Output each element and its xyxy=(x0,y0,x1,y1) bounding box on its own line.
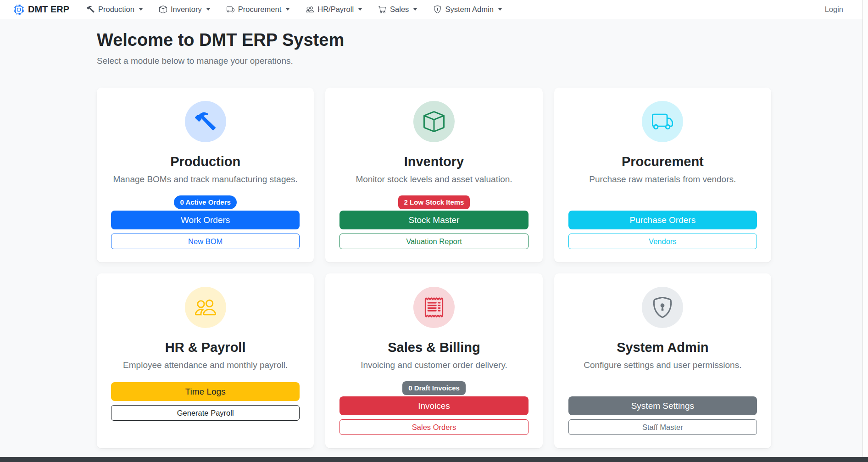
hammer-icon xyxy=(195,111,216,132)
status-badge: 2 Low Stock Items xyxy=(398,195,470,209)
work-orders-button[interactable]: Work Orders xyxy=(111,211,300,229)
valuation-report-button[interactable]: Valuation Report xyxy=(339,234,528,249)
dropdown-caret-icon xyxy=(413,8,417,11)
module-actions: Stock Master Valuation Report xyxy=(339,211,528,249)
module-grid: Production Manage BOMs and track manufac… xyxy=(97,88,771,448)
module-title: HR & Payroll xyxy=(165,340,246,355)
login-link[interactable]: Login xyxy=(825,5,843,14)
inventory-icon-circle xyxy=(413,101,455,142)
module-description: Manage BOMs and track manufacturing stag… xyxy=(113,174,297,184)
stock-master-button[interactable]: Stock Master xyxy=(339,211,528,229)
module-description: Purchase raw materials from vendors. xyxy=(589,174,736,184)
main-content: Welcome to DMT ERP System Select a modul… xyxy=(97,30,771,448)
module-title: Sales & Billing xyxy=(388,340,480,355)
top-navbar: DMT ERP Production Inventory Procurement… xyxy=(0,0,868,19)
nav-label: Procurement xyxy=(238,5,281,14)
generate-payroll-button[interactable]: Generate Payroll xyxy=(111,405,300,421)
status-badge: 0 Active Orders xyxy=(174,195,236,209)
module-card-production: Production Manage BOMs and track manufac… xyxy=(97,88,314,262)
page-subtitle: Select a module below to manage your ope… xyxy=(97,56,771,66)
nav-label: Inventory xyxy=(171,5,202,14)
module-actions: Purchase Orders Vendors xyxy=(568,211,757,249)
nav-label: Sales xyxy=(390,5,409,14)
module-actions: Invoices Sales Orders xyxy=(339,396,528,435)
module-title: System Admin xyxy=(617,340,708,355)
box-icon xyxy=(423,111,445,132)
scrollbar[interactable] xyxy=(862,0,868,457)
hr-icon-circle xyxy=(185,287,226,328)
status-badge: 0 Draft Invoices xyxy=(402,381,466,395)
footer-bar xyxy=(0,457,868,462)
people-icon xyxy=(306,6,314,13)
dropdown-caret-icon xyxy=(498,8,502,11)
module-description: Configure settings and user permissions. xyxy=(584,360,741,370)
new-bom-button[interactable]: New BOM xyxy=(111,234,300,249)
module-description: Employee attendance and monthly payroll. xyxy=(123,360,288,370)
invoices-button[interactable]: Invoices xyxy=(339,396,528,415)
system-admin-icon-circle xyxy=(642,287,683,328)
hammer-icon xyxy=(87,6,95,13)
module-actions: Work Orders New BOM xyxy=(111,211,300,249)
module-title: Production xyxy=(170,154,240,169)
nav-item-procurement[interactable]: Procurement xyxy=(227,5,289,14)
module-description: Monitor stock levels and asset valuation… xyxy=(356,174,512,184)
nav-label: Production xyxy=(98,5,134,14)
sales-icon-circle xyxy=(413,287,455,328)
nav-item-system-admin[interactable]: System Admin xyxy=(434,5,501,14)
nav-items: Production Inventory Procurement HR/Payr… xyxy=(87,5,502,14)
module-card-procurement: Procurement Purchase raw materials from … xyxy=(554,88,771,262)
page-title: Welcome to DMT ERP System xyxy=(97,30,771,50)
dropdown-caret-icon xyxy=(139,8,143,11)
system-settings-button[interactable]: System Settings xyxy=(568,396,757,415)
staff-master-button[interactable]: Staff Master xyxy=(568,419,757,435)
shield-lock-icon xyxy=(652,297,673,318)
dropdown-caret-icon xyxy=(286,8,289,11)
nav-item-sales[interactable]: Sales xyxy=(378,5,417,14)
truck-icon xyxy=(652,111,673,132)
module-title: Inventory xyxy=(404,154,464,169)
brand[interactable]: DMT ERP xyxy=(14,4,69,15)
module-actions: System Settings Staff Master xyxy=(568,396,757,435)
purchase-orders-button[interactable]: Purchase Orders xyxy=(568,211,757,229)
people-icon xyxy=(195,297,216,318)
cart-icon xyxy=(378,6,386,13)
module-actions: Time Logs Generate Payroll xyxy=(111,382,300,421)
module-title: Procurement xyxy=(622,154,704,169)
shield-icon xyxy=(434,6,441,13)
production-icon-circle xyxy=(185,101,226,142)
truck-icon xyxy=(227,6,234,13)
box-icon xyxy=(159,6,167,13)
nav-item-inventory[interactable]: Inventory xyxy=(159,5,210,14)
sales-orders-button[interactable]: Sales Orders xyxy=(339,419,528,435)
module-description: Invoicing and customer order delivery. xyxy=(361,360,507,370)
vendors-button[interactable]: Vendors xyxy=(568,234,757,249)
brand-label: DMT ERP xyxy=(28,4,69,15)
receipt-icon xyxy=(423,297,445,318)
nav-item-production[interactable]: Production xyxy=(87,5,143,14)
time-logs-button[interactable]: Time Logs xyxy=(111,382,300,401)
dropdown-caret-icon xyxy=(358,8,362,11)
nav-label: HR/Payroll xyxy=(317,5,354,14)
nav-label: System Admin xyxy=(445,5,493,14)
procurement-icon-circle xyxy=(642,101,683,142)
dropdown-caret-icon xyxy=(206,8,210,11)
module-card-hr-payroll: HR & Payroll Employee attendance and mon… xyxy=(97,273,314,448)
cpu-icon xyxy=(14,5,24,15)
module-card-inventory: Inventory Monitor stock levels and asset… xyxy=(325,88,542,262)
module-card-system-admin: System Admin Configure settings and user… xyxy=(554,273,771,448)
module-card-sales-billing: Sales & Billing Invoicing and customer o… xyxy=(325,273,542,448)
nav-item-hr-payroll[interactable]: HR/Payroll xyxy=(306,5,362,14)
